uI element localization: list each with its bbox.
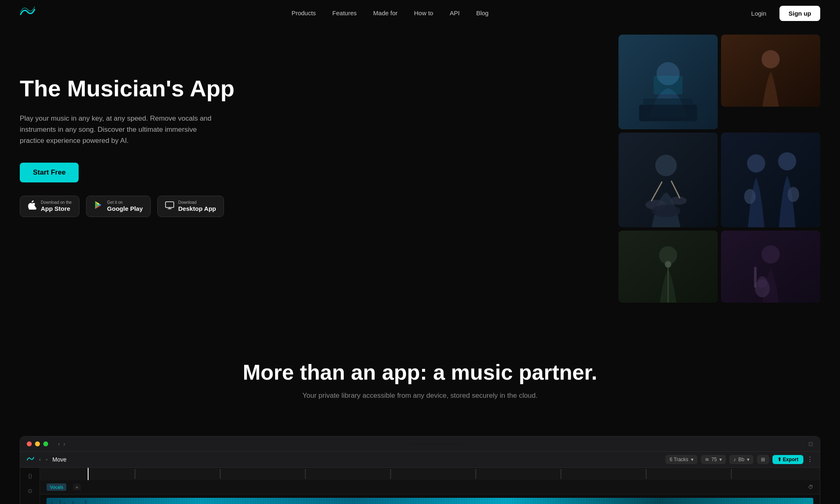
side-panel: ⟨⟩ ⊙ [20,468,40,504]
tracks-label: 6 Tracks [670,457,688,462]
hero-section: The Musician's App Play your music in an… [0,26,840,327]
svg-rect-5 [653,76,682,94]
track-volume[interactable]: ● [73,484,81,490]
nav-item-products[interactable]: Products [292,9,316,17]
tuning-value: Bb [738,457,744,462]
app-store-badge[interactable]: Download on the App Store [20,196,79,217]
waveform-container [40,495,820,504]
window-expand-icon: ⊡ [808,441,813,447]
svg-point-9 [655,155,677,176]
tuning-chevron: ▾ [747,457,749,462]
hero-image-4 [721,133,820,227]
nav-back-icon[interactable]: ‹ [58,441,60,447]
tuning-selector[interactable]: ♪ Bb ▾ [729,455,754,464]
partner-section: More than an app: a music partner. Your … [0,327,840,436]
speed-icon: ≋ [705,457,709,462]
share-icon[interactable]: ⟨⟩ [28,473,32,479]
hero-image-2 [721,35,820,107]
hero-badges: Download on the App Store Get it on Goo [20,196,235,217]
grid-button[interactable]: ⊞ [757,455,769,464]
nav-item-how-to[interactable]: How to [414,9,434,17]
partner-subtitle: Your private library accessible from any… [20,392,820,400]
window-url-bar [412,443,462,445]
partner-title: More than an app: a music partner. [20,360,820,385]
nav-item-blog[interactable]: Blog [476,9,488,17]
svg-point-12 [651,205,680,217]
export-label: Export [783,457,798,462]
hero-image-3 [618,133,718,227]
hero-title: The Musician's App [20,76,235,101]
settings-icon[interactable]: ⊙ [28,488,33,494]
desktop-app-label: Desktop App [178,205,216,212]
app-store-text: Download on the App Store [41,200,72,212]
svg-point-11 [670,196,687,205]
nav-link-products[interactable]: Products [292,9,316,16]
nav-link-made-for[interactable]: Made for [373,9,397,16]
logo-icon [20,6,35,21]
login-button[interactable]: Login [744,7,773,20]
logo[interactable] [20,6,35,21]
export-button[interactable]: ⬆ Export [772,455,803,464]
speed-value: 75 [712,457,717,462]
tracks-selector[interactable]: 6 Tracks ▾ [665,455,697,464]
waveform[interactable] [47,498,813,504]
svg-point-27 [757,276,767,288]
app-store-label: App Store [41,205,72,212]
desktop-app-text: Download Desktop App [178,200,216,212]
vocals-track-header: Vocals ● ⏱ [40,480,820,495]
nav-link-features[interactable]: Features [332,9,357,16]
svg-rect-4 [639,105,697,121]
nav-link-api[interactable]: API [450,9,460,16]
svg-point-16 [747,154,765,173]
app-track-title: Move [52,456,66,463]
desktop-app-pre-label: Download [178,200,216,205]
nav-link-how-to[interactable]: How to [414,9,434,16]
svg-rect-39 [51,502,52,504]
svg-rect-44 [72,501,74,504]
app-store-pre-label: Download on the [41,200,72,205]
window-close-dot[interactable] [27,441,32,446]
svg-point-18 [744,189,756,204]
hero-description: Play your music in any key, at any speed… [20,113,217,147]
nav-item-made-for[interactable]: Made for [373,9,397,17]
app-toolbar: ‹ ▪ Move 6 Tracks ▾ ≋ 75 ▾ ♪ Bb ▾ ⊞ [20,452,820,468]
svg-point-19 [788,187,799,202]
svg-rect-41 [59,500,61,504]
svg-rect-0 [166,202,174,208]
google-play-label: Google Play [107,205,143,212]
app-logo-small [27,456,34,463]
signup-button[interactable]: Sign up [779,6,820,21]
nav-forward-icon[interactable]: › [63,441,65,447]
svg-rect-28 [754,267,756,287]
titlebar-navigation: ‹ › [58,441,65,447]
app-screenshot: ‹ › ⊡ ‹ ▪ Move 6 Tracks ▾ ≋ 7 [20,436,820,504]
nav-link-blog[interactable]: Blog [476,9,488,16]
speed-selector[interactable]: ≋ 75 ▾ [701,455,726,464]
timeline-ruler [40,468,820,480]
desktop-icon [165,201,174,212]
window-minimize-dot[interactable] [35,441,40,446]
track-label-vocals: Vocals [47,483,66,491]
svg-point-7 [761,50,779,68]
desktop-app-badge[interactable]: Download Desktop App [157,196,224,217]
app-back-button[interactable]: ‹ [39,457,41,462]
hero-image-1 [618,35,718,129]
google-play-badge[interactable]: Get it on Google Play [86,196,151,217]
google-play-text: Get it on Google Play [107,200,143,212]
nav-item-api[interactable]: API [450,9,460,17]
hero-content: The Musician's App Play your music in an… [20,43,235,217]
nav-item-features[interactable]: Features [332,9,357,17]
window-maximize-dot[interactable] [43,441,48,446]
app-body: ⟨⟩ ⊙ [20,468,820,504]
playhead[interactable] [88,468,89,480]
svg-rect-15 [721,133,820,227]
more-options-icon[interactable]: ⋮ [807,455,813,463]
hero-image-6 [721,231,820,303]
track-timer-icon[interactable]: ⏱ [808,484,813,490]
svg-rect-37 [47,498,813,504]
tune-icon: ♪ [733,457,736,462]
svg-rect-3 [643,98,693,105]
app-titlebar: ‹ › ⊡ [20,436,820,452]
start-free-button[interactable]: Start Free [20,163,79,182]
song-thumbnail: ▪ [46,457,47,462]
